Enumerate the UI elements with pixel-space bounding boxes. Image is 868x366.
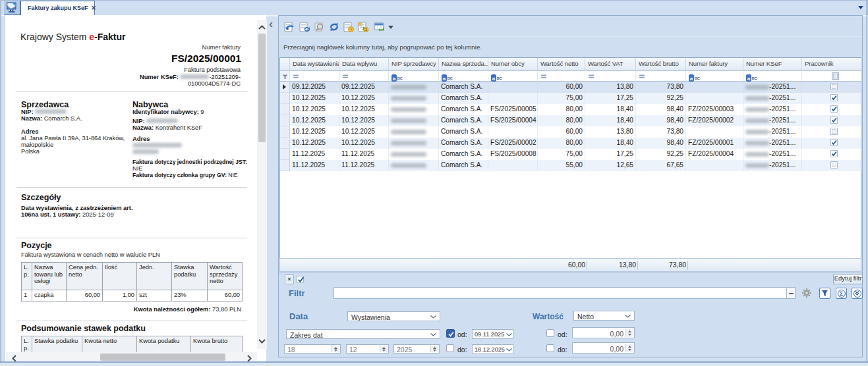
svg-text:BC: BC: [695, 76, 700, 80]
svg-text:BC: BC: [397, 76, 403, 80]
svg-text:a: a: [393, 76, 396, 82]
svg-text:a: a: [492, 76, 496, 82]
svg-text:BC: BC: [497, 76, 502, 80]
svg-text:BC: BC: [448, 76, 453, 80]
svg-text:a: a: [747, 76, 751, 82]
svg-text:BC: BC: [752, 76, 757, 80]
svg-text:a: a: [443, 76, 446, 82]
svg-text:a: a: [690, 76, 693, 82]
